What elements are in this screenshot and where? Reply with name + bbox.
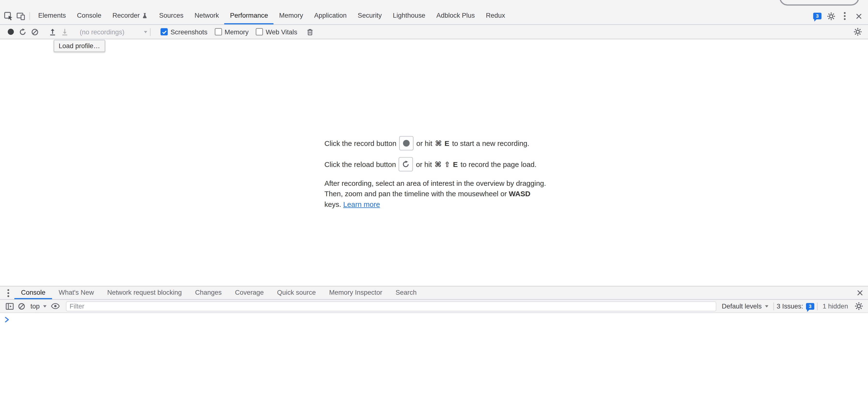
record-icon[interactable] <box>4 26 17 38</box>
live-expression-eye-icon[interactable] <box>49 300 61 312</box>
issues-count: 3 <box>809 303 811 309</box>
e-key: E <box>445 139 450 147</box>
main-tab[interactable]: Lighthouse <box>387 8 431 25</box>
trash-icon[interactable] <box>304 26 316 38</box>
hidden-messages-count[interactable]: 1 hidden <box>823 302 848 310</box>
record-dot <box>7 29 13 35</box>
main-tab-label: Application <box>314 11 347 19</box>
drawer: Console What's New Network request block… <box>0 286 868 406</box>
main-tab[interactable]: Application <box>309 8 352 25</box>
dropdown-arrow-icon <box>43 305 46 307</box>
capture-settings-gear-icon[interactable] <box>851 26 863 38</box>
close-devtools-icon[interactable] <box>852 10 865 22</box>
main-tab[interactable]: Security <box>352 8 387 25</box>
execution-context-selector[interactable]: top <box>28 302 49 310</box>
issues-count: 3 <box>816 13 818 19</box>
record-instruction-prefix: Click the record button <box>324 139 396 147</box>
perf-toolbar-checkbox[interactable]: Web Vitals <box>256 28 297 36</box>
main-tab-label: Redux <box>486 11 505 19</box>
checkbox-label: Memory <box>224 28 248 36</box>
drawer-tab[interactable]: Console <box>14 286 52 299</box>
recordings-history-select[interactable]: (no recordings) <box>80 28 147 36</box>
reload-and-record-icon[interactable] <box>17 26 29 38</box>
issues-counter-button[interactable]: 3 <box>812 13 823 19</box>
perf-toolbar-checkbox[interactable]: Screenshots <box>161 28 208 36</box>
record-dot <box>403 140 409 146</box>
recorder-flask-icon <box>142 12 148 19</box>
learn-more-link[interactable]: Learn more <box>343 200 380 208</box>
console-settings-gear-icon[interactable] <box>852 300 865 312</box>
performance-toolbar: (no recordings) Screenshots Memory <box>0 25 868 39</box>
drawer-tab-label: Coverage <box>235 289 264 296</box>
drawer-tab[interactable]: Coverage <box>228 286 271 299</box>
drawer-tab[interactable]: Quick source <box>271 286 322 299</box>
main-tab[interactable]: Console <box>71 8 107 25</box>
paragraph-tail: keys. <box>324 200 341 208</box>
partial-overlay-pill <box>779 0 859 6</box>
reload-instruction-prefix: Click the reload button <box>324 160 396 168</box>
load-profile-icon[interactable] <box>46 26 59 38</box>
record-button[interactable] <box>399 136 413 150</box>
tooltip-text: Load profile… <box>59 42 100 50</box>
main-tab-label: Recorder <box>113 11 140 19</box>
main-tab-label: Elements <box>38 11 66 19</box>
main-tab-label: Performance <box>230 11 268 19</box>
main-tab[interactable]: Performance <box>224 8 274 25</box>
console-issues-counter[interactable]: 3 Issues: 3 <box>777 302 814 310</box>
main-tab[interactable]: Sources <box>154 8 189 25</box>
log-levels-select[interactable]: Default levels <box>722 302 768 310</box>
console-sidebar-icon[interactable] <box>3 300 16 312</box>
drawer-tab[interactable]: What's New <box>52 286 100 299</box>
e-key: E <box>453 160 458 168</box>
save-profile-icon[interactable] <box>59 26 71 38</box>
recordings-history-label: (no recordings) <box>80 28 124 36</box>
load-profile-tooltip: Load profile… <box>54 40 105 52</box>
toolbar-divider <box>817 302 817 310</box>
reload-button[interactable] <box>399 157 413 171</box>
drawer-tab[interactable]: Memory Inspector <box>322 286 389 299</box>
checkbox-box <box>256 28 263 36</box>
drawer-tab-label: Changes <box>195 289 222 296</box>
tabbar-divider <box>29 12 30 20</box>
main-tab[interactable]: Network <box>189 8 224 25</box>
wasd-keys: WASD <box>509 190 530 198</box>
clear-recordings-icon[interactable] <box>29 26 41 38</box>
device-toolbar-icon[interactable] <box>14 10 26 22</box>
main-tab-label: Memory <box>279 11 303 19</box>
perf-toolbar-checkbox[interactable]: Memory <box>215 28 248 36</box>
drawer-tabbar: Console What's New Network request block… <box>0 286 868 300</box>
usage-paragraph: After recording, select an area of inter… <box>324 178 548 209</box>
main-tab-label: Console <box>77 11 101 19</box>
issues-bubble-icon: 3 <box>813 13 822 19</box>
drawer-tab[interactable]: Search <box>389 286 423 299</box>
settings-gear-icon[interactable] <box>825 10 837 22</box>
console-toolbar: top Default levels 3 Issues: 3 1 hidden <box>0 300 868 313</box>
tabbar-left-icons <box>2 8 33 25</box>
drawer-tab[interactable]: Network request blocking <box>100 286 188 299</box>
drawer-menu-icon[interactable] <box>2 287 14 299</box>
main-tab[interactable]: Elements <box>33 8 71 25</box>
console-clear-icon[interactable] <box>16 300 28 312</box>
performance-empty-state: Click the record button or hit ⌘ E to st… <box>324 136 548 209</box>
main-tab-label: Sources <box>159 11 184 19</box>
cmd-key: ⌘ <box>435 139 442 147</box>
inspect-element-icon[interactable] <box>2 10 14 22</box>
more-options-icon[interactable] <box>839 10 851 22</box>
drawer-tab[interactable]: Changes <box>188 286 228 299</box>
toolbar-divider <box>773 302 774 310</box>
drawer-close-icon[interactable] <box>854 287 866 299</box>
console-log-area[interactable] <box>0 313 868 323</box>
reload-instruction-suffix: to record the page load. <box>460 160 536 168</box>
record-instruction-suffix: to start a new recording. <box>452 139 529 147</box>
main-tab[interactable]: Recorder <box>107 8 154 25</box>
main-tab-label: Network <box>194 11 219 19</box>
context-label: top <box>31 302 40 310</box>
console-filter-input[interactable] <box>66 301 716 311</box>
main-tabs: Elements Console Recorder Sources <box>33 8 510 25</box>
main-tab[interactable]: Memory <box>274 8 309 25</box>
console-prompt-chevron[interactable] <box>5 317 868 323</box>
main-tab[interactable]: Adblock Plus <box>431 8 480 25</box>
issues-label: 3 Issues: <box>777 302 803 310</box>
main-tab-label: Adblock Plus <box>436 11 475 19</box>
main-tab[interactable]: Redux <box>480 8 510 25</box>
